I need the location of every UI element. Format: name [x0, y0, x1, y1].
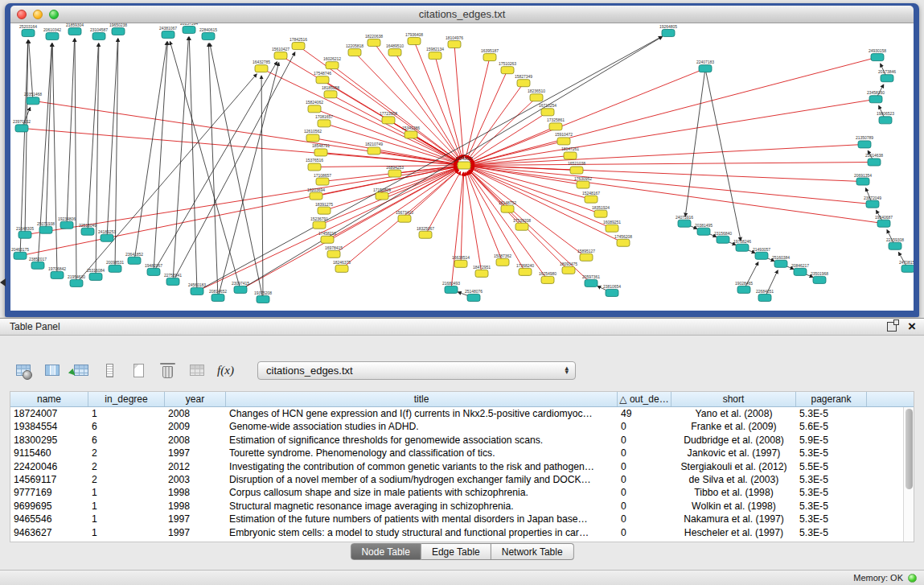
graph-node[interactable]: 16521038 [568, 161, 585, 174]
graph-node[interactable]: 21680493 [442, 281, 460, 294]
graph-node[interactable]: 18472951 [473, 265, 491, 278]
new-document-icon[interactable] [129, 360, 149, 381]
graph-node[interactable]: 20610342 [43, 27, 61, 40]
graph-node[interactable]: 23097415 [232, 281, 249, 294]
window-titlebar[interactable]: citations_edges.txt [10, 6, 914, 23]
table-row[interactable]: 946554611997Estimation of the future num… [10, 513, 914, 525]
graph-node[interactable]: 18210749 [365, 142, 383, 154]
column-header-pagerank[interactable]: pagerank [796, 392, 867, 406]
graph-node[interactable]: 20098531 [106, 260, 124, 273]
graph-node[interactable]: 24560183 [188, 282, 206, 295]
tab-network-table[interactable]: Network Table [491, 543, 574, 560]
graph-node[interactable]: 21954630 [68, 274, 85, 287]
graph-node[interactable]: 20463175 [11, 247, 29, 260]
column-header-title[interactable]: title [226, 392, 618, 406]
table-row[interactable]: 946362711997Embryonic stem cells: a mode… [10, 526, 914, 539]
graph-node[interactable]: 18325067 [417, 226, 434, 239]
import-table-icon[interactable] [71, 360, 91, 381]
graph-node[interactable]: 20814652 [209, 289, 227, 302]
graph-node[interactable]: 16148752 [499, 200, 516, 213]
graph-node[interactable]: 25148076 [465, 289, 483, 302]
graph-node[interactable]: 21350789 [856, 135, 873, 148]
close-panel-icon[interactable]: × [908, 321, 916, 332]
row-list-icon[interactable] [100, 360, 120, 381]
graph-node[interactable]: 19806523 [877, 111, 894, 124]
graph-node[interactable]: 17842516 [290, 37, 307, 50]
graph-node[interactable]: 15376516 [306, 158, 323, 171]
graph-node[interactable]: 18246375 [333, 260, 351, 273]
graph-node[interactable]: 19264805 [659, 24, 677, 37]
zoom-window-button[interactable] [49, 10, 59, 19]
graph-node[interactable]: 16432785 [253, 60, 270, 72]
graph-node[interactable]: 22840615 [199, 27, 217, 40]
graph-node[interactable]: 16026212 [323, 56, 341, 69]
tab-edge-table[interactable]: Edge Table [421, 543, 491, 560]
graph-node[interactable]: 18351924 [592, 205, 610, 218]
graph-node[interactable]: 21648305 [16, 226, 34, 239]
graph-node[interactable]: 20597361 [582, 274, 600, 287]
table-row[interactable]: 911546021997Tourette syndrome. Phenomeno… [10, 447, 914, 459]
graph-node[interactable]: 18185058 [322, 85, 339, 98]
minimize-window-button[interactable] [33, 10, 43, 19]
graph-node[interactable]: 22684051 [756, 289, 774, 302]
graph-node[interactable]: 19482067 [145, 263, 162, 276]
graph-node[interactable]: 19708246 [733, 239, 751, 252]
close-window-button[interactable] [17, 10, 27, 19]
graph-node[interactable]: 17723958 [380, 111, 397, 124]
graph-node[interactable]: 15824062 [306, 100, 323, 113]
graph-node[interactable]: 15673410 [396, 210, 413, 223]
graph-node[interactable]: 20351468 [24, 92, 42, 105]
graph-node[interactable]: 18093475 [560, 262, 577, 274]
graph-node[interactable]: 17325861 [547, 117, 565, 130]
graph-node[interactable]: 19028465 [735, 281, 753, 294]
network-canvas[interactable]: 1724062712205818160262121754874618185058… [10, 23, 914, 311]
graph-node[interactable]: 23104587 [90, 27, 108, 40]
graph-node[interactable]: 22407183 [696, 60, 714, 72]
graph-node[interactable]: 20691354 [854, 173, 872, 186]
graph-node[interactable]: 23970152 [13, 119, 31, 132]
graph-node[interactable]: 15248167 [582, 191, 600, 204]
graph-node[interactable]: 24381067 [159, 26, 177, 39]
graph-node[interactable]: 25203164 [19, 24, 37, 37]
graph-node[interactable]: 17152809 [373, 187, 391, 200]
graph-node[interactable]: 23641852 [125, 252, 143, 265]
graph-node[interactable]: 24189253 [98, 229, 116, 242]
graph-node[interactable]: 19706842 [48, 266, 66, 279]
network-view[interactable]: 1724062712205818160262121754874618185058… [10, 23, 914, 311]
function-builder-icon[interactable]: f(x) [216, 360, 236, 381]
column-header-in_degree[interactable]: in_degree [88, 392, 165, 406]
graph-node[interactable]: 20846217 [791, 263, 809, 276]
graph-node[interactable]: 15341286 [402, 126, 420, 138]
graph-node[interactable]: 23501968 [811, 271, 828, 284]
graph-node[interactable]: 15982134 [426, 47, 444, 60]
graph-node[interactable]: 23810654 [603, 284, 621, 297]
graph-node[interactable]: 17240627 [455, 156, 473, 169]
graph-node[interactable]: 25071938 [37, 221, 55, 234]
graph-node[interactable]: 17548746 [314, 71, 331, 84]
graph-node[interactable]: 19234806 [58, 216, 76, 229]
table-row[interactable]: 1456911722003Disruption of a novel membe… [10, 473, 914, 486]
table-row[interactable]: 969969511998Structural magnetic resonanc… [10, 500, 914, 513]
graph-node[interactable]: 15827349 [515, 74, 532, 87]
graph-node[interactable]: 25160384 [772, 255, 790, 268]
column-header-name[interactable]: name [10, 392, 88, 406]
graph-node[interactable]: 16638514 [452, 255, 470, 268]
graph-node[interactable]: 20381495 [695, 223, 713, 236]
graph-node[interactable]: 16089251 [603, 220, 621, 233]
graph-node[interactable]: 18220638 [365, 34, 383, 47]
graph-node[interactable]: 21493057 [753, 247, 770, 260]
graph-node[interactable]: 17539208 [513, 218, 531, 231]
graph-node[interactable]: 17456208 [614, 234, 632, 247]
table-row[interactable]: 2242004622012Investigating the contribut… [10, 460, 914, 473]
graph-node[interactable]: 19650238 [109, 23, 127, 35]
graph-node[interactable]: 19540687 [875, 215, 893, 228]
graph-node[interactable]: 18548791 [312, 143, 330, 156]
graph-node[interactable]: 25316084 [87, 268, 105, 281]
delete-table-icon[interactable] [187, 360, 207, 381]
graph-node[interactable]: 17936408 [405, 32, 423, 45]
show-columns-icon[interactable] [42, 360, 62, 381]
graph-node[interactable]: 21859304 [66, 23, 84, 35]
tab-node-table[interactable]: Node Table [350, 543, 421, 560]
graph-node[interactable]: 22753941 [164, 273, 182, 286]
table-row[interactable]: 977716911998Corpus callosum shape and si… [10, 486, 914, 499]
